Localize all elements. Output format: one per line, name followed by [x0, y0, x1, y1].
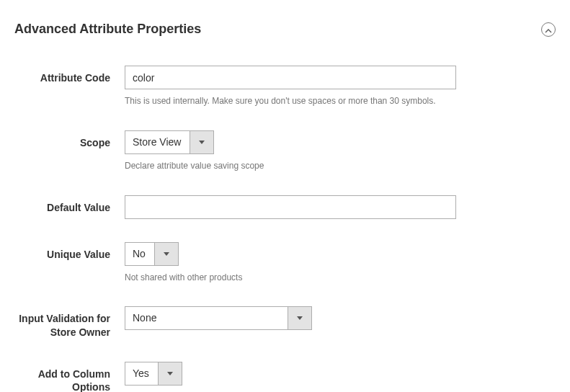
- unique-value-label: Unique Value: [14, 242, 125, 261]
- add-to-column-select-value: Yes: [125, 362, 158, 385]
- scope-help: Declare attribute value saving scope: [125, 160, 456, 172]
- dropdown-arrow-icon: [154, 243, 178, 265]
- attribute-code-help: This is used internally. Make sure you d…: [125, 95, 456, 107]
- scope-label: Scope: [14, 130, 125, 149]
- add-to-column-select[interactable]: Yes: [125, 362, 182, 386]
- field-row-default-value: Default Value: [14, 195, 556, 219]
- attribute-code-label: Attribute Code: [14, 66, 125, 84]
- field-row-unique-value: Unique Value No Not shared with other pr…: [14, 242, 556, 284]
- unique-value-select[interactable]: No: [125, 242, 179, 266]
- dropdown-arrow-icon: [288, 307, 311, 329]
- section-title: Advanced Attribute Properties: [14, 22, 201, 37]
- dropdown-arrow-icon: [158, 362, 182, 385]
- input-validation-select-value: None: [125, 307, 288, 329]
- section-header: Advanced Attribute Properties: [14, 22, 556, 37]
- chevron-up-icon: [545, 24, 552, 35]
- field-row-attribute-code: Attribute Code This is used internally. …: [14, 66, 556, 107]
- dropdown-arrow-icon: [190, 131, 213, 153]
- default-value-input[interactable]: [125, 195, 456, 219]
- input-validation-select[interactable]: None: [125, 306, 312, 330]
- unique-value-select-value: No: [125, 243, 154, 265]
- field-row-add-to-column: Add to Column Options Yes Select "Yes" t…: [14, 362, 556, 392]
- collapse-toggle[interactable]: [541, 22, 556, 37]
- scope-select-value: Store View: [125, 131, 190, 153]
- field-row-scope: Scope Store View Declare attribute value…: [14, 130, 556, 172]
- unique-value-help: Not shared with other products: [125, 272, 456, 284]
- default-value-label: Default Value: [14, 195, 125, 214]
- field-row-input-validation: Input Validation for Store Owner None: [14, 306, 556, 338]
- attribute-code-input[interactable]: [125, 66, 456, 89]
- add-to-column-label: Add to Column Options: [14, 362, 125, 392]
- scope-select[interactable]: Store View: [125, 130, 214, 154]
- input-validation-label: Input Validation for Store Owner: [14, 306, 125, 338]
